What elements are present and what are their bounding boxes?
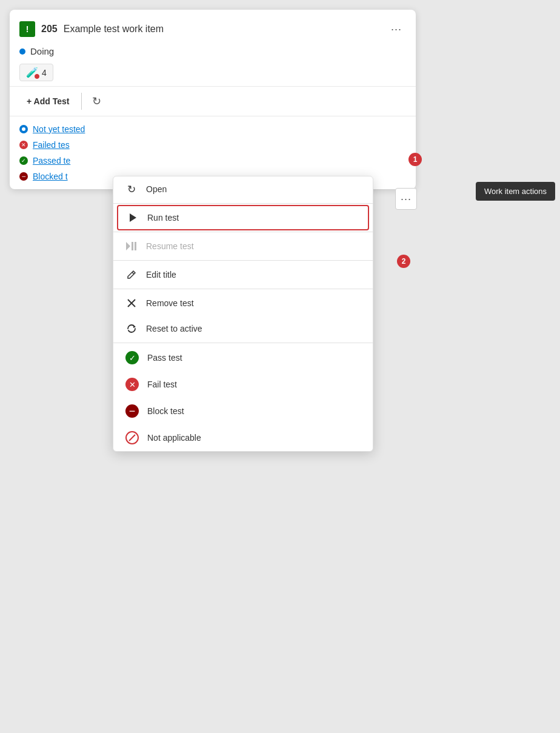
card-header: ! 205 Example test work item ··· — [10, 10, 416, 44]
not-applicable-icon — [125, 431, 139, 444]
status-dot-doing — [19, 49, 25, 55]
svg-marker-0 — [130, 213, 136, 222]
reset-icon — [125, 323, 138, 335]
refresh-button[interactable]: ↻ — [87, 92, 106, 111]
fail-test-icon: ✕ — [125, 378, 139, 391]
work-item-actions-tooltip: Work item actions — [476, 182, 555, 201]
add-test-bar: + Add Test ↻ — [10, 86, 416, 116]
menu-item-remove-test[interactable]: Remove test — [113, 290, 373, 316]
menu-item-reset-active[interactable]: Reset to active — [113, 316, 373, 341]
add-test-label: + Add Test — [27, 96, 69, 106]
svg-rect-2 — [132, 242, 133, 250]
refresh-icon: ↻ — [92, 95, 101, 108]
menu-item-remove-test-label: Remove test — [146, 298, 194, 308]
menu-item-open[interactable]: ↻ Open — [113, 176, 373, 202]
menu-item-block-test[interactable]: − Block test — [113, 398, 373, 424]
svg-marker-1 — [126, 242, 130, 250]
add-test-button[interactable]: + Add Test — [19, 93, 76, 110]
callout-badge-1: 1 — [408, 153, 422, 166]
resume-icon — [125, 240, 138, 252]
toolbar-divider — [81, 93, 82, 110]
menu-item-edit-title[interactable]: Edit title — [113, 262, 373, 287]
play-icon — [127, 212, 139, 224]
test-item-blocked-text[interactable]: Blocked t — [33, 172, 68, 181]
menu-item-run-test-label: Run test — [147, 213, 179, 223]
menu-item-resume-test: Resume test — [113, 233, 373, 259]
badge-count: 4 — [42, 68, 47, 78]
x-icon — [125, 297, 138, 309]
work-item-actions-button[interactable]: ··· — [395, 188, 417, 210]
open-icon: ↻ — [125, 183, 138, 195]
test-item-passed[interactable]: Passed te — [19, 153, 406, 169]
block-test-icon: − — [125, 404, 139, 418]
menu-item-reset-active-label: Reset to active — [146, 324, 202, 333]
error-dot — [34, 73, 40, 79]
status-icon-dark-red — [19, 172, 28, 181]
context-menu: ↻ Open Run test Resume test — [113, 176, 373, 452]
menu-item-block-test-label: Block test — [147, 406, 184, 416]
card-title: Example test work item — [64, 24, 164, 35]
menu-separator-3 — [113, 260, 373, 261]
more-actions-dots: ··· — [401, 193, 412, 206]
menu-separator-2 — [113, 232, 373, 232]
card-more-button[interactable]: ··· — [387, 19, 406, 39]
menu-item-resume-test-label: Resume test — [146, 241, 194, 251]
test-item-passed-text[interactable]: Passed te — [33, 156, 70, 166]
test-item-text[interactable]: Not yet tested — [33, 124, 85, 134]
menu-item-pass-test-label: Pass test — [147, 353, 182, 363]
test-item-failed-text[interactable]: Failed tes — [33, 140, 70, 150]
menu-item-fail-test-label: Fail test — [147, 380, 177, 389]
callout-badge-2: 2 — [397, 255, 410, 268]
status-icon-blue — [19, 125, 28, 133]
icon-label: ! — [26, 24, 29, 34]
menu-item-not-applicable[interactable]: Not applicable — [113, 424, 373, 451]
menu-separator-1 — [113, 203, 373, 204]
card-status-row: Doing — [10, 44, 416, 61]
status-icon-green — [19, 156, 28, 165]
menu-item-open-label: Open — [146, 184, 167, 194]
status-icon-red — [19, 141, 28, 149]
test-item-failed[interactable]: Failed tes — [19, 137, 406, 153]
svg-rect-3 — [135, 242, 136, 250]
test-item-not-yet-tested[interactable]: Not yet tested — [19, 121, 406, 137]
test-count-badge: 🧪 4 — [19, 64, 53, 81]
svg-line-4 — [132, 272, 134, 274]
main-work-item-card: ! 205 Example test work item ··· Doing 🧪… — [10, 10, 416, 189]
menu-item-fail-test[interactable]: ✕ Fail test — [113, 371, 373, 398]
flask-badge-icon: 🧪 — [26, 67, 38, 78]
card-id: 205 — [41, 24, 58, 35]
status-text: Doing — [30, 46, 54, 56]
badge-row: 🧪 4 — [10, 61, 416, 86]
pass-test-icon: ✓ — [125, 351, 139, 364]
menu-separator-4 — [113, 289, 373, 289]
menu-item-pass-test[interactable]: ✓ Pass test — [113, 344, 373, 371]
menu-item-edit-title-label: Edit title — [146, 270, 176, 279]
menu-item-run-test[interactable]: Run test — [117, 205, 369, 230]
card-header-left: ! 205 Example test work item — [19, 21, 164, 37]
tooltip-text: Work item actions — [484, 187, 547, 196]
menu-separator-5 — [113, 343, 373, 343]
pencil-icon — [125, 269, 138, 281]
work-item-icon: ! — [19, 21, 35, 37]
menu-item-not-applicable-label: Not applicable — [147, 433, 201, 443]
